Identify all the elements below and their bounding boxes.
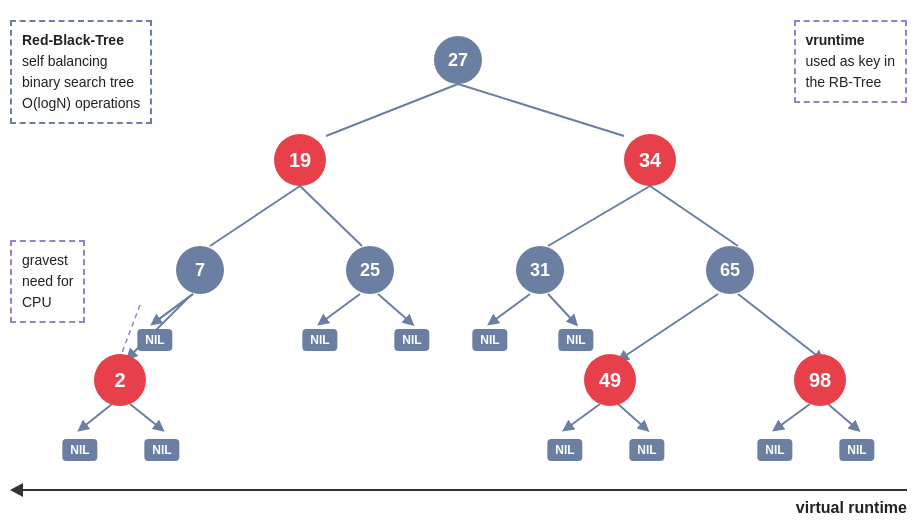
rbtree-line2: binary search tree <box>22 74 134 90</box>
nil-25l: NIL <box>302 329 337 351</box>
nil-2r: NIL <box>144 439 179 461</box>
info-box-cpu: gravest need for CPU <box>10 240 85 323</box>
nil-7l: NIL <box>137 329 172 351</box>
svg-line-1 <box>458 84 624 136</box>
rbtree-title: Red-Black-Tree <box>22 32 124 48</box>
bottom-axis: virtual runtime <box>10 483 907 517</box>
arrow-line <box>23 489 907 491</box>
node-7: 7 <box>176 246 224 294</box>
node-19: 19 <box>274 134 326 186</box>
nil-49r: NIL <box>629 439 664 461</box>
svg-line-13 <box>622 294 718 358</box>
node-34: 34 <box>624 134 676 186</box>
svg-line-5 <box>650 186 738 246</box>
svg-line-6 <box>155 294 193 322</box>
svg-line-2 <box>210 186 300 246</box>
svg-line-10 <box>378 294 410 322</box>
vruntime-line2: the RB-Tree <box>806 74 882 90</box>
nil-31r: NIL <box>558 329 593 351</box>
nil-2l: NIL <box>62 439 97 461</box>
svg-line-19 <box>777 404 810 428</box>
svg-line-14 <box>738 294 820 358</box>
nil-98r: NIL <box>839 439 874 461</box>
node-27: 27 <box>434 36 482 84</box>
svg-line-17 <box>567 404 600 428</box>
svg-line-0 <box>326 84 458 136</box>
svg-line-20 <box>828 404 856 428</box>
svg-line-7 <box>155 294 193 322</box>
svg-line-11 <box>492 294 530 322</box>
cpu-line1: gravest <box>22 252 68 268</box>
info-box-rbtree: Red-Black-Tree self balancing binary sea… <box>10 20 152 124</box>
svg-line-18 <box>618 404 645 428</box>
vruntime-bold: vruntime <box>806 32 865 48</box>
nil-25r: NIL <box>394 329 429 351</box>
node-98: 98 <box>794 354 846 406</box>
rbtree-line3: O(logN) operations <box>22 95 140 111</box>
node-25: 25 <box>346 246 394 294</box>
rbtree-line1: self balancing <box>22 53 108 69</box>
diagram-canvas: Red-Black-Tree self balancing binary sea… <box>0 0 917 527</box>
svg-line-12 <box>548 294 574 322</box>
axis-label: virtual runtime <box>10 499 907 517</box>
cpu-line3: CPU <box>22 294 52 310</box>
arrow-left-head <box>10 483 23 497</box>
node-31: 31 <box>516 246 564 294</box>
node-2: 2 <box>94 354 146 406</box>
svg-line-16 <box>130 404 160 428</box>
nil-49l: NIL <box>547 439 582 461</box>
svg-line-15 <box>82 404 112 428</box>
node-49: 49 <box>584 354 636 406</box>
nil-98l: NIL <box>757 439 792 461</box>
cpu-line2: need for <box>22 273 73 289</box>
svg-line-3 <box>300 186 362 246</box>
nil-31l: NIL <box>472 329 507 351</box>
info-box-vruntime: vruntime used as key in the RB-Tree <box>794 20 908 103</box>
svg-line-4 <box>548 186 650 246</box>
vruntime-line1: used as key in <box>806 53 896 69</box>
node-65: 65 <box>706 246 754 294</box>
svg-line-9 <box>322 294 360 322</box>
